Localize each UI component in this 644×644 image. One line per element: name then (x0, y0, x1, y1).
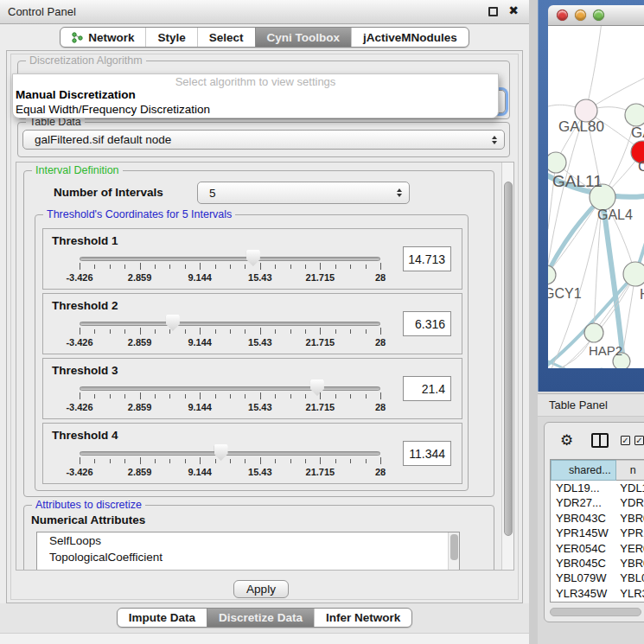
slider-track[interactable] (80, 451, 380, 456)
network-node[interactable] (584, 323, 603, 342)
attribute-list-item[interactable]: TopologicalCoefficient (37, 549, 459, 565)
float-window-icon[interactable] (488, 7, 498, 16)
attributes-group-label: Attributes to discretize (32, 499, 145, 511)
cell-shared-name[interactable]: YDL19... (551, 481, 616, 495)
threshold-value-field[interactable] (403, 311, 451, 336)
mac-minimize-button[interactable] (575, 10, 586, 21)
number-of-intervals-combo[interactable]: 5 (197, 182, 410, 204)
checkbox-icon[interactable]: ✓ (621, 436, 630, 445)
tab-discretize-data[interactable]: Discretize Data (207, 609, 314, 627)
network-node[interactable] (623, 262, 644, 286)
tab-style[interactable]: Style (145, 28, 196, 47)
tab-infer-network[interactable]: Infer Network (314, 609, 411, 627)
algorithm-option[interactable]: Manual Discretization (16, 88, 136, 101)
attribute-list-item[interactable]: SelfLoops (37, 532, 459, 549)
tab-impute-data[interactable]: Impute Data (118, 609, 207, 627)
mac-close-button[interactable] (557, 10, 568, 21)
network-window-titlebar[interactable] (548, 5, 644, 26)
numerical-attributes-list[interactable]: SelfLoopsTopologicalCoefficientBetweenne… (36, 532, 460, 571)
threshold-slider[interactable]: -3.4262.8599.14415.4321.71528 (80, 444, 380, 482)
cell-name[interactable]: YBR0 (616, 556, 644, 571)
network-edge[interactable] (548, 111, 586, 275)
algorithm-option[interactable]: Equal Width/Frequency Discretization (16, 103, 210, 116)
combo-stepper-icon[interactable] (492, 136, 497, 144)
slider-track[interactable] (80, 322, 380, 326)
cell-shared-name[interactable]: YBL079W (551, 571, 616, 585)
table-row[interactable]: YER054CYER0 (551, 541, 644, 556)
table-row[interactable]: YDR27...YDR2 (551, 495, 644, 510)
scrollbar-thumb[interactable] (504, 182, 513, 536)
threshold-slider[interactable]: -3.4262.8599.14415.4321.71528 (80, 315, 380, 353)
close-icon[interactable]: ✖ (508, 3, 519, 17)
tab-label: Network (88, 31, 134, 44)
slider-tick (230, 394, 231, 399)
slider-tick (320, 328, 321, 335)
checkbox-icon[interactable]: ✓ (634, 436, 644, 445)
table-data-combo[interactable]: galFiltered.sif default node (22, 130, 505, 150)
table-row[interactable]: YDL19...YDL1 (551, 481, 644, 495)
column-header-shared-name[interactable]: shared... (551, 460, 616, 481)
cell-name[interactable]: YDR2 (616, 495, 644, 510)
axis-tick-label: 28 (375, 272, 386, 283)
cell-shared-name[interactable]: YIL052C (551, 601, 616, 603)
cell-name[interactable]: YIL0 (616, 601, 644, 603)
network-node[interactable] (625, 104, 644, 126)
cell-name[interactable]: YBR0 (616, 511, 644, 526)
tab-cyni-toolbox[interactable]: Cyni Toolbox (255, 28, 352, 47)
settings-vertical-scrollbar[interactable] (501, 163, 513, 570)
table-row[interactable]: YBR045CYBR0 (551, 556, 644, 571)
slider-track[interactable] (80, 257, 380, 261)
attributes-list-scrollbar[interactable] (448, 532, 459, 571)
threshold-value-field[interactable] (403, 441, 451, 466)
threshold-value-field[interactable] (403, 376, 451, 401)
network-canvas[interactable]: GAL80GACGAL11GAL4GCY1HHAP2 (548, 26, 644, 368)
network-node[interactable] (548, 265, 556, 284)
attribute-list-item[interactable]: BetweennessCentrality (37, 565, 459, 571)
table-row[interactable]: YLR345WYLR3 (551, 586, 644, 601)
table-row[interactable]: YPR145WYPR1 (551, 526, 644, 540)
threshold-value-field[interactable] (403, 246, 451, 271)
slider-tick (335, 265, 336, 269)
tab-label: Select (209, 31, 244, 44)
threshold-slider[interactable]: -3.4262.8599.14415.4321.71528 (80, 250, 380, 288)
table-row[interactable]: YBL079WYBL0 (551, 571, 644, 585)
axis-tick-label: 2.859 (128, 467, 152, 477)
cell-name[interactable]: YER0 (616, 541, 644, 556)
mac-zoom-button[interactable] (593, 10, 604, 21)
table-row[interactable]: YBR043CYBR0 (551, 511, 644, 526)
column-header-name[interactable]: n (616, 460, 644, 481)
slider-tick (169, 459, 170, 463)
slider-track[interactable] (80, 386, 380, 391)
cell-shared-name[interactable]: YER054C (551, 541, 616, 556)
cell-name[interactable]: YLR3 (616, 586, 644, 601)
tab-select[interactable]: Select (197, 28, 255, 47)
network-node[interactable] (548, 152, 566, 173)
apply-button[interactable]: Apply (233, 580, 289, 598)
cell-shared-name[interactable]: YLR345W (551, 586, 616, 601)
cell-name[interactable]: YPR1 (616, 526, 644, 540)
slider-tick (200, 328, 201, 335)
slider-tick (80, 457, 80, 464)
cell-shared-name[interactable]: YBR045C (551, 556, 616, 571)
cell-shared-name[interactable]: YPR145W (551, 526, 616, 540)
scrollbar-thumb[interactable] (450, 534, 458, 560)
cell-name[interactable]: YBL0 (616, 571, 644, 585)
cell-shared-name[interactable]: YBR043C (551, 511, 616, 526)
cell-shared-name[interactable]: YDR27... (551, 495, 616, 510)
tab-network[interactable]: Network (61, 28, 145, 47)
slider-tick (275, 329, 276, 334)
slider-tick (350, 329, 351, 334)
table-row[interactable]: YIL052CYIL0 (551, 601, 644, 603)
network-node-label: GCY1 (548, 286, 582, 301)
cell-name[interactable]: YDL1 (616, 481, 644, 495)
panel-divider[interactable] (529, 0, 538, 644)
tab-jactivemnodules[interactable]: jActiveMNodules (351, 28, 469, 47)
threshold-slider[interactable]: -3.4262.8599.14415.4321.71528 (80, 379, 380, 418)
combo-stepper-icon[interactable] (397, 188, 402, 197)
gear-icon[interactable]: ⚙ (560, 431, 573, 450)
scrollbar-thumb[interactable] (550, 608, 641, 616)
table-panel-title: Table Panel (549, 399, 608, 411)
network-edge[interactable] (586, 26, 602, 111)
table-horizontal-scrollbar[interactable] (550, 608, 644, 616)
split-view-icon[interactable] (591, 433, 609, 448)
